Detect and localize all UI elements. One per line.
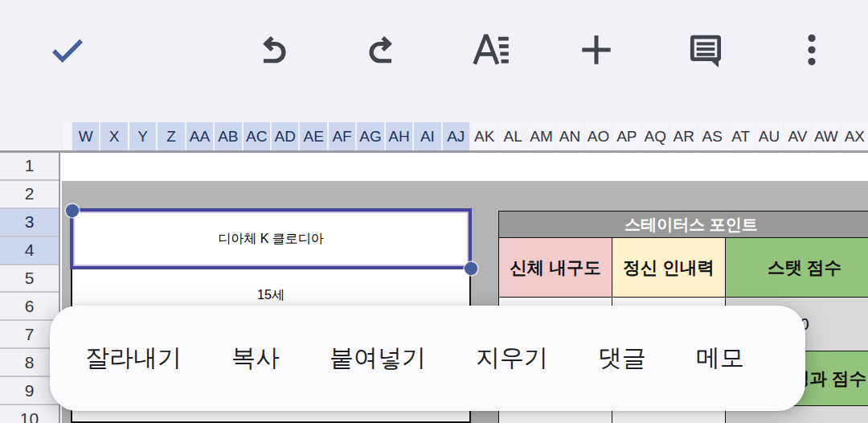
column-header-AK[interactable]: AK: [471, 122, 497, 150]
age-cell-text: 15세: [257, 287, 285, 304]
menu-item-comment[interactable]: 댓글: [598, 342, 646, 375]
column-header-AU[interactable]: AU: [755, 122, 782, 150]
column-header-X[interactable]: X: [100, 122, 127, 150]
more-button[interactable]: [791, 29, 833, 71]
column-headers: WXYZAAABACADAEAFAGAHAIAJAKALAMANAOAPAQAR…: [0, 122, 868, 153]
column-header-AG[interactable]: AG: [357, 122, 383, 150]
row-header-10[interactable]: 10: [0, 405, 59, 423]
check-icon: [47, 30, 88, 70]
status-table-title: 스테이터스 포인트: [624, 214, 758, 236]
selection-handle-top-left[interactable]: [66, 204, 79, 217]
row-header-2[interactable]: 2: [0, 181, 59, 209]
column-header-AA[interactable]: AA: [186, 122, 213, 150]
insert-button[interactable]: [575, 29, 617, 71]
toolbar: [0, 0, 868, 122]
format-text-icon: [469, 30, 510, 70]
comment-button[interactable]: [685, 29, 727, 71]
row-header-1[interactable]: 1: [0, 153, 59, 181]
sheets-app-screen: WXYZAAABACADAEAFAGAHAIAJAKALAMANAOAPAQAR…: [0, 0, 868, 423]
column-header-AL[interactable]: AL: [499, 122, 526, 150]
row-header-5[interactable]: 5: [0, 265, 59, 294]
column-header-W[interactable]: W: [72, 122, 99, 150]
stat-score-header-cell[interactable]: 스탯 점수: [725, 237, 868, 298]
column-header-AN[interactable]: AN: [556, 122, 583, 150]
column-header-AS[interactable]: AS: [698, 122, 725, 150]
column-header-AE[interactable]: AE: [300, 122, 326, 150]
physical-durability-label: 신체 내구도: [510, 256, 600, 279]
column-header-AW[interactable]: AW: [813, 122, 839, 150]
plus-icon: [576, 30, 616, 70]
column-header-AM[interactable]: AM: [528, 122, 555, 150]
column-header-AQ[interactable]: AQ: [642, 122, 669, 150]
stat-score-label: 스탯 점수: [768, 256, 841, 279]
more-vert-icon: [792, 30, 832, 70]
column-header-AO[interactable]: AO: [585, 122, 612, 150]
menu-item-cut[interactable]: 잘라내기: [85, 342, 182, 375]
physical-durability-header-cell[interactable]: 신체 내구도: [498, 237, 612, 298]
column-header-AV[interactable]: AV: [784, 122, 811, 150]
mental-endurance-label: 정신 인내력: [623, 256, 714, 279]
redo-button[interactable]: [361, 29, 403, 71]
row-header-6[interactable]: 6: [0, 294, 59, 322]
menu-item-paste[interactable]: 붙여넣기: [330, 342, 426, 375]
comment-icon: [686, 30, 726, 70]
column-header-partial[interactable]: [63, 122, 71, 150]
format-button[interactable]: [469, 29, 510, 71]
column-header-AB[interactable]: AB: [215, 122, 241, 150]
mental-endurance-header-cell[interactable]: 정신 인내력: [612, 237, 727, 298]
cell-context-menu: 잘라내기복사붙여넣기지우기댓글메모: [50, 306, 805, 411]
column-header-AJ[interactable]: AJ: [443, 122, 469, 150]
selection-rectangle: [70, 208, 472, 269]
status-table-title-cell[interactable]: 스테이터스 포인트: [498, 211, 868, 238]
done-button[interactable]: [47, 29, 88, 71]
column-header-AI[interactable]: AI: [414, 122, 440, 150]
column-header-AP[interactable]: AP: [613, 122, 640, 150]
column-header-AX[interactable]: AX: [841, 122, 868, 150]
column-header-Y[interactable]: Y: [129, 122, 156, 150]
menu-item-note[interactable]: 메모: [696, 342, 744, 375]
row-header-4[interactable]: 4: [0, 237, 59, 265]
column-header-AT[interactable]: AT: [727, 122, 754, 150]
column-header-AH[interactable]: AH: [386, 122, 412, 150]
column-header-AD[interactable]: AD: [272, 122, 298, 150]
redo-icon: [362, 30, 402, 70]
column-header-AC[interactable]: AC: [244, 122, 270, 150]
row-header-3[interactable]: 3: [0, 209, 59, 237]
menu-item-copy[interactable]: 복사: [231, 342, 280, 375]
menu-item-clear[interactable]: 지우기: [476, 342, 548, 375]
column-header-Z[interactable]: Z: [158, 122, 184, 150]
column-header-AF[interactable]: AF: [329, 122, 355, 150]
selection-handle-bottom-right[interactable]: [465, 262, 477, 275]
undo-button[interactable]: [252, 29, 294, 71]
column-header-AR[interactable]: AR: [670, 122, 697, 150]
undo-icon: [253, 30, 293, 70]
